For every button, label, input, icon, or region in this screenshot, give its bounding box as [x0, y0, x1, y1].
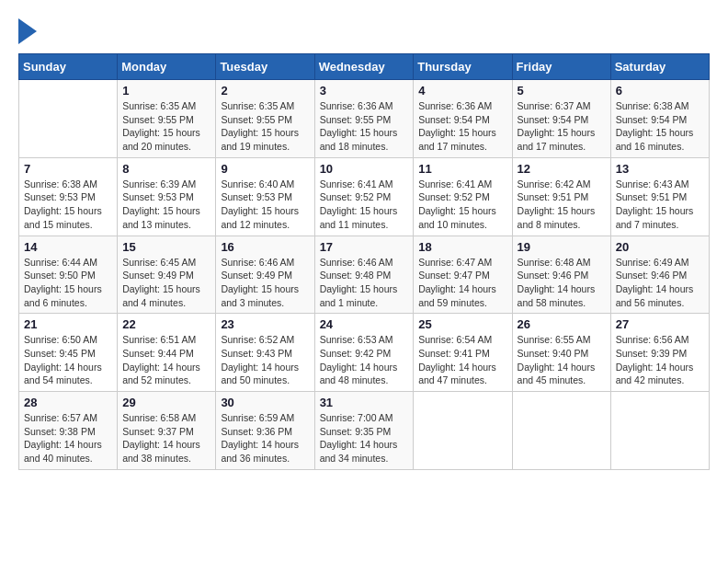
- day-info: Sunrise: 7:00 AM Sunset: 9:35 PM Dayligh…: [320, 411, 409, 465]
- svg-marker-0: [18, 18, 37, 44]
- weekday-header-saturday: Saturday: [610, 54, 709, 80]
- logo: [18, 18, 39, 44]
- day-number: 13: [616, 162, 704, 176]
- day-number: 19: [518, 240, 606, 254]
- day-number: 8: [122, 162, 210, 176]
- day-info: Sunrise: 6:55 AM Sunset: 9:40 PM Dayligh…: [518, 333, 606, 387]
- day-info: Sunrise: 6:45 AM Sunset: 9:49 PM Dayligh…: [122, 256, 210, 310]
- day-info: Sunrise: 6:36 AM Sunset: 9:54 PM Dayligh…: [418, 99, 506, 154]
- weekday-header-wednesday: Wednesday: [314, 54, 414, 80]
- calendar-cell: 4Sunrise: 6:36 AM Sunset: 9:54 PM Daylig…: [414, 80, 512, 158]
- calendar-cell: 17Sunrise: 6:46 AM Sunset: 9:48 PM Dayli…: [314, 236, 414, 314]
- calendar-cell: 23Sunrise: 6:52 AM Sunset: 9:43 PM Dayli…: [216, 314, 314, 392]
- calendar-cell: [414, 392, 512, 470]
- day-info: Sunrise: 6:39 AM Sunset: 9:53 PM Dayligh…: [122, 178, 210, 232]
- calendar-cell: 12Sunrise: 6:42 AM Sunset: 9:51 PM Dayli…: [512, 157, 610, 236]
- day-number: 11: [418, 162, 506, 176]
- day-number: 18: [418, 240, 506, 254]
- day-info: Sunrise: 6:48 AM Sunset: 9:46 PM Dayligh…: [518, 256, 606, 310]
- day-number: 4: [418, 84, 506, 98]
- calendar-cell: 29Sunrise: 6:58 AM Sunset: 9:37 PM Dayli…: [118, 392, 216, 470]
- calendar-cell: [512, 392, 610, 470]
- day-info: Sunrise: 6:57 AM Sunset: 9:38 PM Dayligh…: [24, 411, 112, 465]
- day-info: Sunrise: 6:35 AM Sunset: 9:55 PM Dayligh…: [221, 99, 309, 154]
- day-info: Sunrise: 6:38 AM Sunset: 9:54 PM Dayligh…: [616, 99, 704, 154]
- calendar-cell: 8Sunrise: 6:39 AM Sunset: 9:53 PM Daylig…: [118, 157, 216, 236]
- day-number: 10: [320, 162, 409, 176]
- calendar-cell: 5Sunrise: 6:37 AM Sunset: 9:54 PM Daylig…: [512, 80, 610, 158]
- day-number: 24: [320, 317, 409, 331]
- weekday-header-friday: Friday: [512, 54, 610, 80]
- calendar-cell: 21Sunrise: 6:50 AM Sunset: 9:45 PM Dayli…: [19, 314, 118, 392]
- day-info: Sunrise: 6:54 AM Sunset: 9:41 PM Dayligh…: [418, 333, 506, 387]
- day-info: Sunrise: 6:56 AM Sunset: 9:39 PM Dayligh…: [616, 333, 704, 387]
- day-info: Sunrise: 6:35 AM Sunset: 9:55 PM Dayligh…: [122, 99, 210, 154]
- day-info: Sunrise: 6:49 AM Sunset: 9:46 PM Dayligh…: [616, 256, 704, 310]
- day-info: Sunrise: 6:37 AM Sunset: 9:54 PM Dayligh…: [518, 99, 606, 154]
- weekday-header-tuesday: Tuesday: [216, 54, 314, 80]
- day-info: Sunrise: 6:46 AM Sunset: 9:48 PM Dayligh…: [320, 256, 409, 310]
- calendar-cell: 22Sunrise: 6:51 AM Sunset: 9:44 PM Dayli…: [118, 314, 216, 392]
- calendar-cell: 25Sunrise: 6:54 AM Sunset: 9:41 PM Dayli…: [414, 314, 512, 392]
- day-info: Sunrise: 6:50 AM Sunset: 9:45 PM Dayligh…: [24, 333, 112, 387]
- day-number: 28: [24, 396, 112, 409]
- day-number: 23: [221, 317, 309, 331]
- calendar-cell: 10Sunrise: 6:41 AM Sunset: 9:52 PM Dayli…: [314, 157, 414, 236]
- day-number: 20: [616, 240, 704, 254]
- calendar-cell: 27Sunrise: 6:56 AM Sunset: 9:39 PM Dayli…: [610, 314, 709, 392]
- day-number: 22: [122, 317, 210, 331]
- calendar-cell: 7Sunrise: 6:38 AM Sunset: 9:53 PM Daylig…: [19, 157, 118, 236]
- day-number: 6: [616, 84, 704, 98]
- day-info: Sunrise: 6:43 AM Sunset: 9:51 PM Dayligh…: [616, 178, 704, 232]
- day-number: 3: [320, 84, 409, 98]
- day-number: 27: [616, 317, 704, 331]
- day-info: Sunrise: 6:41 AM Sunset: 9:52 PM Dayligh…: [320, 178, 409, 232]
- day-number: 5: [518, 84, 606, 98]
- day-info: Sunrise: 6:51 AM Sunset: 9:44 PM Dayligh…: [122, 333, 210, 387]
- calendar-cell: 14Sunrise: 6:44 AM Sunset: 9:50 PM Dayli…: [19, 236, 118, 314]
- calendar-cell: 3Sunrise: 6:36 AM Sunset: 9:55 PM Daylig…: [314, 80, 414, 158]
- calendar-cell: 6Sunrise: 6:38 AM Sunset: 9:54 PM Daylig…: [610, 80, 709, 158]
- day-info: Sunrise: 6:46 AM Sunset: 9:49 PM Dayligh…: [221, 256, 309, 310]
- day-number: 25: [418, 317, 506, 331]
- day-info: Sunrise: 6:38 AM Sunset: 9:53 PM Dayligh…: [24, 178, 112, 232]
- day-number: 7: [24, 162, 112, 176]
- day-info: Sunrise: 6:47 AM Sunset: 9:47 PM Dayligh…: [418, 256, 506, 310]
- day-info: Sunrise: 6:59 AM Sunset: 9:36 PM Dayligh…: [221, 411, 309, 465]
- day-info: Sunrise: 6:40 AM Sunset: 9:53 PM Dayligh…: [221, 178, 309, 232]
- day-info: Sunrise: 6:41 AM Sunset: 9:52 PM Dayligh…: [418, 178, 506, 232]
- calendar-cell: 15Sunrise: 6:45 AM Sunset: 9:49 PM Dayli…: [118, 236, 216, 314]
- calendar-cell: 20Sunrise: 6:49 AM Sunset: 9:46 PM Dayli…: [610, 236, 709, 314]
- day-info: Sunrise: 6:42 AM Sunset: 9:51 PM Dayligh…: [518, 178, 606, 232]
- calendar-cell: 11Sunrise: 6:41 AM Sunset: 9:52 PM Dayli…: [414, 157, 512, 236]
- weekday-header-sunday: Sunday: [19, 54, 118, 80]
- calendar-cell: 24Sunrise: 6:53 AM Sunset: 9:42 PM Dayli…: [314, 314, 414, 392]
- day-number: 14: [24, 240, 112, 254]
- calendar-cell: 9Sunrise: 6:40 AM Sunset: 9:53 PM Daylig…: [216, 157, 314, 236]
- day-number: 21: [24, 317, 112, 331]
- day-number: 17: [320, 240, 409, 254]
- calendar-cell: [19, 80, 118, 158]
- calendar-cell: 30Sunrise: 6:59 AM Sunset: 9:36 PM Dayli…: [216, 392, 314, 470]
- calendar-cell: 13Sunrise: 6:43 AM Sunset: 9:51 PM Dayli…: [610, 157, 709, 236]
- day-number: 29: [122, 396, 210, 409]
- calendar-cell: 18Sunrise: 6:47 AM Sunset: 9:47 PM Dayli…: [414, 236, 512, 314]
- day-info: Sunrise: 6:36 AM Sunset: 9:55 PM Dayligh…: [320, 99, 409, 154]
- day-number: 30: [221, 396, 309, 409]
- weekday-header-monday: Monday: [118, 54, 216, 80]
- calendar-cell: 16Sunrise: 6:46 AM Sunset: 9:49 PM Dayli…: [216, 236, 314, 314]
- calendar-table: SundayMondayTuesdayWednesdayThursdayFrid…: [18, 53, 710, 470]
- page-header: [18, 18, 710, 44]
- calendar-cell: 31Sunrise: 7:00 AM Sunset: 9:35 PM Dayli…: [314, 392, 414, 470]
- calendar-cell: 2Sunrise: 6:35 AM Sunset: 9:55 PM Daylig…: [216, 80, 314, 158]
- weekday-header-thursday: Thursday: [414, 54, 512, 80]
- day-info: Sunrise: 6:53 AM Sunset: 9:42 PM Dayligh…: [320, 333, 409, 387]
- day-number: 2: [221, 84, 309, 98]
- day-number: 9: [221, 162, 309, 176]
- calendar-cell: 19Sunrise: 6:48 AM Sunset: 9:46 PM Dayli…: [512, 236, 610, 314]
- day-number: 1: [122, 84, 210, 98]
- day-info: Sunrise: 6:44 AM Sunset: 9:50 PM Dayligh…: [24, 256, 112, 310]
- day-info: Sunrise: 6:58 AM Sunset: 9:37 PM Dayligh…: [122, 411, 210, 465]
- day-number: 16: [221, 240, 309, 254]
- day-number: 26: [518, 317, 606, 331]
